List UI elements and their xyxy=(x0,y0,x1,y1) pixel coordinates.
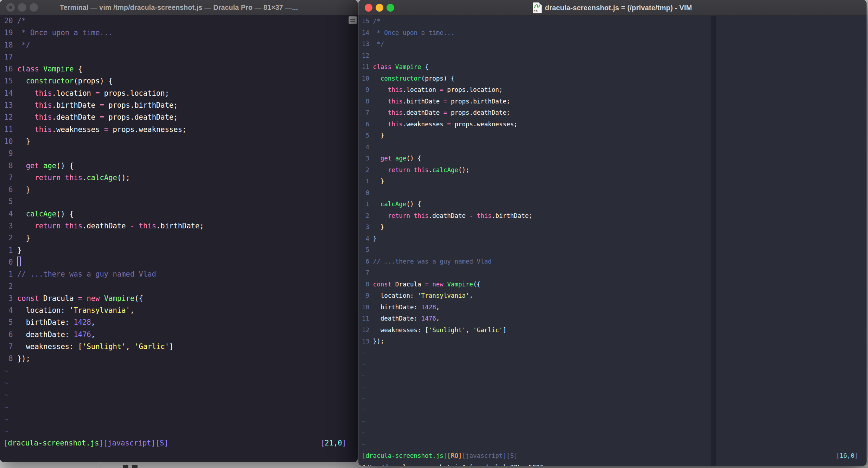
scrollbar-pages-icon[interactable] xyxy=(349,16,357,24)
code-line: 2 return this.calcAge(); xyxy=(358,164,867,176)
empty-buffer-line: ~ xyxy=(358,381,867,393)
js-file-icon[interactable]: JS xyxy=(533,2,542,13)
code-line: 5 xyxy=(0,196,358,208)
code-line: 1 } xyxy=(0,244,358,256)
code-line: 1 calcAge() { xyxy=(358,198,867,210)
code-line: 7 return this.calcAge(); xyxy=(0,172,358,184)
code-line: 6 } xyxy=(0,184,358,196)
document-edited-dot xyxy=(9,6,12,9)
folded-corner xyxy=(539,2,542,5)
code-line: 14 * Once upon a time... xyxy=(358,27,867,39)
code-line: 3 get age() { xyxy=(358,153,867,164)
code-line: 12 weaknesses: ['Sunlight', 'Garlic'] xyxy=(358,324,867,336)
code-line: 8 }); xyxy=(0,353,358,365)
code-line: 18 */ xyxy=(0,39,358,51)
background-glyph xyxy=(132,465,138,468)
code-line: 4 location: 'Transylvania', xyxy=(0,304,358,316)
vim-statusline: [dracula-screenshot.js][RO][javascript][… xyxy=(358,450,867,462)
code-line: 9 xyxy=(0,147,358,159)
empty-buffer-line: ~ xyxy=(358,427,867,439)
code-line: 6 deathDate: 1476, xyxy=(0,329,358,341)
code-line: 7 xyxy=(358,267,867,279)
code-line: 4 } xyxy=(358,233,867,245)
code-line: 13 */ xyxy=(358,38,867,50)
code-line: 0 xyxy=(0,256,358,268)
empty-buffer-line: ~ xyxy=(358,416,867,428)
code-line: 1 // ...there was a guy named Vlad xyxy=(0,268,358,280)
terminal-window: Terminal — vim /tmp/dracula-screenshot.j… xyxy=(0,0,358,462)
window-title: dracula-screenshot.js = (/private/tmp) -… xyxy=(545,4,692,12)
code-line: 7 weaknesses: ['Sunlight', 'Garlic'] xyxy=(0,341,358,353)
code-line: 2 } xyxy=(0,232,358,244)
code-line: 2 xyxy=(0,280,358,292)
code-line: 13 this.birthDate = props.birthDate; xyxy=(0,99,358,111)
close-button[interactable] xyxy=(365,4,372,12)
code-line: 6 this.weaknesses = props.weaknesses; xyxy=(358,119,867,130)
traffic-lights xyxy=(365,0,394,15)
code-line: 12 this.deathDate = props.deathDate; xyxy=(0,111,358,123)
code-line: 1 } xyxy=(358,176,867,187)
vim-text-area[interactable]: 15 /*14 * Once upon a time...13 */12 11 … xyxy=(358,15,867,466)
code-line: 8 get age() { xyxy=(0,160,358,172)
code-line: 5 birthDate: 1428, xyxy=(0,316,358,328)
code-line: 15 constructor(props) { xyxy=(0,75,358,87)
background-glyph xyxy=(123,465,128,468)
code-line: 0 xyxy=(358,187,867,199)
code-line: 11 class Vampire { xyxy=(358,61,867,73)
code-line: 11 this.weaknesses = props.weaknesses; xyxy=(0,124,358,135)
code-line: 8 this.birthDate = props.birthDate; xyxy=(358,96,867,107)
empty-buffer-line: ~ xyxy=(358,439,867,450)
empty-buffer-line: ~ xyxy=(0,413,358,425)
vim-command-line: "/tmp/dracula-screenshot.js" [readonly] … xyxy=(358,462,867,466)
code-line: 4 calcAge() { xyxy=(0,208,358,220)
code-line: 10 } xyxy=(0,135,358,147)
code-line: 9 this.location = props.location; xyxy=(358,84,867,96)
empty-buffer-line: ~ xyxy=(358,347,867,359)
vim-text-area[interactable]: 20 /*19 * Once upon a time...18 */17 16 … xyxy=(0,15,358,462)
empty-buffer-line: ~ xyxy=(358,370,867,382)
empty-buffer-line: ~ xyxy=(0,365,358,377)
code-line: 16 class Vampire { xyxy=(0,63,358,75)
macvim-window: JS dracula-screenshot.js = (/private/tmp… xyxy=(358,0,867,466)
empty-buffer-line: ~ xyxy=(0,425,358,437)
code-line: 20 /* xyxy=(0,15,358,27)
code-line: 17 xyxy=(0,51,358,63)
code-line: 3 return this.deathDate - this.birthDate… xyxy=(0,220,358,232)
code-line: 5 xyxy=(358,244,867,256)
vim-statusline: [dracula-screenshot.js][javascript][S][2… xyxy=(0,437,358,449)
code-line: 7 this.deathDate = props.deathDate; xyxy=(358,107,867,119)
macvim-titlebar[interactable]: JS dracula-screenshot.js = (/private/tmp… xyxy=(358,0,867,16)
code-line: 13 }); xyxy=(358,336,867,347)
code-line: 9 location: 'Transylvania', xyxy=(358,290,867,302)
code-line: 2 return this.deathDate - this.birthDate… xyxy=(358,210,867,222)
code-line: 4 xyxy=(358,141,867,153)
code-line: 3 } xyxy=(358,221,867,233)
terminal-titlebar[interactable]: Terminal — vim /tmp/dracula-screenshot.j… xyxy=(0,0,358,15)
code-line: 3 const Dracula = new Vampire({ xyxy=(0,292,358,304)
code-line: 19 * Once upon a time... xyxy=(0,27,358,39)
vim-scrollbar[interactable] xyxy=(711,15,716,466)
empty-buffer-line: ~ xyxy=(0,377,358,389)
vim-cursor xyxy=(17,257,21,266)
traffic-lights xyxy=(6,0,38,15)
minimize-button[interactable] xyxy=(18,3,26,12)
code-line: 12 xyxy=(358,50,867,62)
empty-buffer-line: ~ xyxy=(358,404,867,416)
code-line: 11 deathDate: 1476, xyxy=(358,313,867,324)
empty-buffer-line: ~ xyxy=(0,389,358,401)
empty-buffer-line: ~ xyxy=(358,393,867,405)
code-line: 5 } xyxy=(358,130,867,141)
zoom-button[interactable] xyxy=(30,3,38,12)
code-line: 15 /* xyxy=(358,15,867,27)
minimize-button[interactable] xyxy=(376,4,383,12)
empty-buffer-line: ~ xyxy=(0,401,358,413)
empty-buffer-line: ~ xyxy=(358,359,867,370)
terminal-scrollbar[interactable] xyxy=(348,15,358,462)
window-title: Terminal — vim /tmp/dracula-screenshot.j… xyxy=(60,4,298,12)
close-button[interactable] xyxy=(6,3,15,12)
code-line: 14 this.location = props.location; xyxy=(0,87,358,99)
code-line: 10 birthDate: 1428, xyxy=(358,302,867,313)
background-window-edge xyxy=(100,462,101,468)
zoom-button[interactable] xyxy=(387,4,394,12)
code-line: 8 const Dracula = new Vampire({ xyxy=(358,279,867,290)
